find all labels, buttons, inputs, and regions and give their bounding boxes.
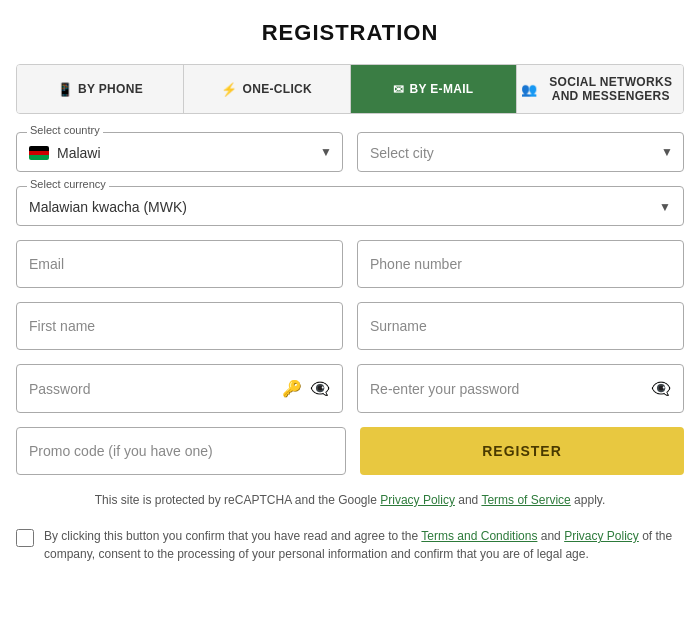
- privacy-policy-link[interactable]: Privacy Policy: [380, 493, 455, 507]
- phone-icon: 📱: [57, 82, 73, 97]
- register-button[interactable]: REGISTER: [360, 427, 684, 475]
- tab-social[interactable]: 👥 SOCIAL NETWORKS AND MESSENGERS: [517, 65, 683, 113]
- name-row: [16, 302, 684, 350]
- city-select[interactable]: Select city: [370, 143, 671, 163]
- captcha-text: This site is protected by reCAPTCHA and …: [95, 493, 377, 507]
- surname-input[interactable]: [370, 318, 671, 334]
- reenter-icons: 👁‍🗨: [651, 379, 671, 398]
- firstname-input[interactable]: [29, 318, 330, 334]
- eye-slash-icon[interactable]: 👁‍🗨: [310, 379, 330, 398]
- password-field: 🔑 👁‍🗨: [16, 364, 343, 413]
- tab-by-phone[interactable]: 📱 BY PHONE: [17, 65, 184, 113]
- registration-form: Select country Malawi ▼ Select city ▼ Se…: [16, 132, 684, 563]
- page-title: REGISTRATION: [262, 20, 439, 46]
- tab-one-click[interactable]: ⚡ ONE-CLICK: [184, 65, 351, 113]
- currency-field: Select currency Malawian kwacha (MWK) ▼: [16, 186, 684, 226]
- terms-of-service-link[interactable]: Terms of Service: [481, 493, 570, 507]
- registration-tabs: 📱 BY PHONE ⚡ ONE-CLICK ✉ BY E-MAIL 👥 SOC…: [16, 64, 684, 114]
- captcha-notice: This site is protected by reCAPTCHA and …: [16, 493, 684, 507]
- surname-field: [357, 302, 684, 350]
- consent-before: By clicking this button you confirm that…: [44, 529, 418, 543]
- reenter-password-input[interactable]: [370, 381, 651, 397]
- currency-chevron-icon: ▼: [659, 200, 671, 214]
- promo-field: [16, 427, 346, 475]
- country-select[interactable]: Malawi: [57, 143, 330, 163]
- promo-input[interactable]: [29, 443, 333, 459]
- country-city-row: Select country Malawi ▼ Select city ▼: [16, 132, 684, 172]
- country-field: Select country Malawi ▼: [16, 132, 343, 172]
- consent-text: By clicking this button you confirm that…: [44, 527, 684, 563]
- consent-and: and: [541, 529, 561, 543]
- password-icons: 🔑 👁‍🗨: [282, 379, 330, 398]
- phone-field: [357, 240, 684, 288]
- tab-one-click-label: ONE-CLICK: [243, 82, 312, 96]
- email-input[interactable]: [29, 256, 330, 272]
- lightning-icon: ⚡: [221, 82, 237, 97]
- tab-by-email-label: BY E-MAIL: [410, 82, 474, 96]
- password-row: 🔑 👁‍🗨 👁‍🗨: [16, 364, 684, 413]
- key-icon[interactable]: 🔑: [282, 379, 302, 398]
- captcha-and: and: [458, 493, 478, 507]
- city-field: Select city ▼: [357, 132, 684, 172]
- country-label: Select country: [27, 124, 103, 136]
- email-phone-row: [16, 240, 684, 288]
- eye-slash2-icon[interactable]: 👁‍🗨: [651, 379, 671, 398]
- firstname-field: [16, 302, 343, 350]
- password-input[interactable]: [29, 381, 282, 397]
- consent-row: By clicking this button you confirm that…: [16, 527, 684, 563]
- email-icon: ✉: [393, 82, 404, 97]
- consent-privacy-link[interactable]: Privacy Policy: [564, 529, 639, 543]
- tab-by-email[interactable]: ✉ BY E-MAIL: [351, 65, 518, 113]
- tab-by-phone-label: BY PHONE: [78, 82, 143, 96]
- reenter-password-field: 👁‍🗨: [357, 364, 684, 413]
- social-icon: 👥: [521, 82, 537, 97]
- currency-select[interactable]: Malawian kwacha (MWK): [29, 197, 655, 217]
- promo-register-row: REGISTER: [16, 427, 684, 475]
- currency-row: Select currency Malawian kwacha (MWK) ▼: [16, 186, 684, 226]
- captcha-apply: apply.: [574, 493, 605, 507]
- phone-input[interactable]: [370, 256, 671, 272]
- email-field: [16, 240, 343, 288]
- consent-checkbox[interactable]: [16, 529, 34, 547]
- tab-social-label: SOCIAL NETWORKS AND MESSENGERS: [543, 75, 679, 103]
- terms-conditions-link[interactable]: Terms and Conditions: [421, 529, 537, 543]
- currency-label: Select currency: [27, 178, 109, 190]
- malawi-flag: [29, 146, 49, 160]
